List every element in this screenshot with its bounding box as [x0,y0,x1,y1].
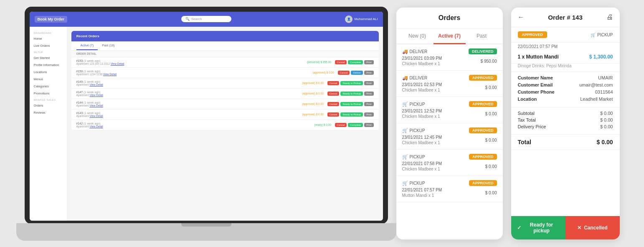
print-button[interactable]: Print [364,112,373,117]
search-bar[interactable]: 🔍 Search [181,16,231,22]
sidebar-item-locations[interactable]: Locations [30,69,67,76]
sidebar-item-reviews[interactable]: Reviews [30,109,67,116]
print-icon[interactable]: 🖨 [606,13,613,21]
tab-active[interactable]: Active (7) [76,41,98,50]
cancel-button[interactable]: Cancel [327,92,340,96]
status-badge: APPROVED [469,75,497,81]
detail-header: ← Order # 143 🖨 [511,8,620,27]
print-button[interactable]: Print [364,71,373,75]
status-badge: APPROVED [469,154,497,160]
ready-pickup-button[interactable]: Ready to Pickup [340,81,363,85]
orders-card-title: Recent Orders [76,34,99,38]
order-top-row: 🛒 PICKUP APPROVED [402,127,497,133]
order-info: #142 (1 week ago) Apartment View Detail [76,122,314,128]
print-button[interactable]: Print [364,92,373,96]
print-button[interactable]: Print [364,102,373,106]
cancelled-button[interactable]: ✕ Cancelled [565,216,620,239]
sidebar-item-get-started[interactable]: Get Started [30,54,67,61]
view-detail-link[interactable]: View Detail [89,83,103,86]
ready-pickup-button[interactable]: Ready to Pickup [340,102,363,106]
sidebar-item-live-orders[interactable]: Live Orders [30,42,67,49]
app-logo: Book My Order [35,16,68,23]
view-detail-link[interactable]: View Detail [111,62,124,65]
order-detail-row: 22/01/2021 07:58 PM Chicken Madbee x 1 $… [402,161,497,171]
location-label: Location [518,97,537,102]
order-type: DELIVER [410,76,428,80]
print-button[interactable]: Print [364,123,373,127]
list-item[interactable]: 🛒 PICKUP APPROVED 23/01/2021 12:52 PM Ch… [396,97,503,123]
pickup-icon: 🛒 [402,102,408,107]
sidebar-item-profile[interactable]: Profile Information [30,61,67,69]
setup-section-label: SETUP [30,49,67,54]
customer-email-row: Customer Email umair@test.com [518,82,613,87]
order-date: 23/01/2021 12:45 PM [402,135,442,140]
tab-past[interactable]: Past [466,29,498,44]
order-status: (approved) $ 0.00 [302,81,323,84]
tab-active[interactable]: Active (7) [434,29,466,44]
list-item[interactable]: 🛒 PICKUP APPROVED 22/01/2021 07:58 PM Ch… [396,150,503,176]
sidebar-item-promotions[interactable]: Promotions [30,90,67,97]
orders-table-header: ORDER DETAIL [71,51,379,57]
order-date: 22/01/2021 07:57 PM [402,188,442,192]
subtotal-label: Subtotal [518,111,535,116]
ready-pickup-button[interactable]: Ready to Pickup [340,92,363,96]
table-row: #153 (1 week ago) Apartment 123.345 13.3… [71,57,379,68]
order-id: #150 (1 week ago) [76,70,313,73]
detail-totals: Subtotal $ 0.00 Tax Total $ 0.00 Deliver… [511,107,620,135]
app-user: 👤 Muhammad ALI [345,15,378,23]
cancel-button[interactable]: Cancel [335,60,347,64]
order-item-name: Mutton Mandi x 1 [402,193,442,198]
deliver-badge: 🚚 DELIVER [402,75,428,81]
order-actions: (approved) $ 0.00 Cancel Ready to Pickup… [302,81,373,85]
order-top-row: 🛒 PICKUP APPROVED [402,101,497,107]
order-id: #153 (1 week ago) [76,59,307,62]
list-item[interactable]: 🚚 DELIVER APPROVED 23/01/2021 02:53 PM C… [396,71,503,97]
order-top-row: 🚚 DELIVER DELIVERED [402,48,497,54]
cancel-button[interactable]: Cancel [327,81,340,85]
ready-pickup-button[interactable]: Ready to Pickup [340,112,363,117]
tax-total-row: Tax Total $ 0.00 [518,117,613,122]
view-detail-link[interactable]: View Detail [89,104,103,107]
view-detail-link[interactable]: View Detail [103,73,117,76]
order-address: Apartment 123.345 13.3312 View Detail [76,62,307,65]
sidebar-item-categories[interactable]: Categories [30,83,67,90]
tab-past[interactable]: Past (18) [98,41,119,50]
customer-phone-row: Customer Phone 0311564 [518,89,613,94]
order-info: #143 (1 week ago) Apartment View Detail [76,112,302,117]
list-item[interactable]: 🛒 PICKUP APPROVED 23/01/2021 12:45 PM Ch… [396,123,503,150]
pickup-badge: 🛒 PICKUP [402,102,425,107]
order-address: Apartment 1234 1238 View Detail [76,73,313,76]
user-name: Muhammad ALI [354,17,378,21]
cancel-button[interactable]: Cancel [335,123,347,127]
print-button[interactable]: Print [364,60,373,64]
ready-for-pickup-button[interactable]: ✓ Ready for pickup [511,216,565,239]
tab-new[interactable]: New (0) [401,29,434,44]
app-body: DASHBOARD Home Live Orders SETUP Get Sta… [30,27,383,221]
print-button[interactable]: Print [364,81,373,85]
view-detail-link[interactable]: View Detail [89,125,103,128]
cancel-button[interactable]: Cancel [327,112,340,117]
orders-card-header: Recent Orders [71,31,379,41]
status-badge: DELIVERED [469,48,497,54]
cancel-button[interactable]: Cancel [338,71,350,75]
panel-orders-list: 🚚 DELIVER DELIVERED 23/01/2021 03:09 PM … [396,44,503,239]
order-detail-row: 22/01/2021 07:57 PM Mutton Mandi x 1 $ 0… [402,188,497,198]
order-item-name: Chicken Madbee x 1 [402,88,442,92]
order-info: #149 (1 week ago) Apartment View Detail [76,80,302,86]
back-icon[interactable]: ← [518,13,525,21]
search-icon: 🔍 [185,17,190,21]
cancel-button[interactable]: Cancel [327,102,340,106]
approved-badge: APPROVED [518,31,548,38]
view-detail-link[interactable]: View Detail [89,115,103,117]
deliver-button[interactable]: Deliver [351,71,363,75]
view-detail-link[interactable]: View Detail [89,94,103,97]
complete-button[interactable]: Complete [348,123,363,127]
list-item[interactable]: 🚚 DELIVER DELIVERED 23/01/2021 03:09 PM … [396,44,503,71]
sidebar-item-home[interactable]: Home [30,35,67,42]
list-item[interactable]: 🛒 PICKUP APPROVED 22/01/2021 07:57 PM Mu… [396,176,503,202]
laptop-body: Book My Order 🔍 Search 👤 Muhammad ALI DA… [25,7,388,224]
sidebar-item-orders[interactable]: Orders [30,102,67,109]
sidebar-item-menus[interactable]: Menus [30,76,67,83]
order-detail-row: 23/01/2021 02:53 PM Chicken Madbee x 1 $… [402,82,497,92]
complete-button[interactable]: Complete [348,60,363,64]
